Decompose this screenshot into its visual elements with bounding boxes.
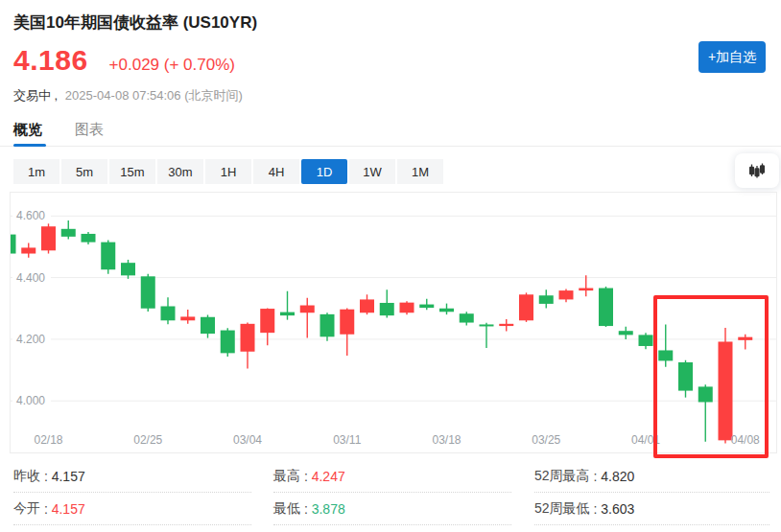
candle-body (559, 290, 574, 299)
candle-body (678, 362, 693, 391)
stat-value: 4.157 (52, 469, 85, 484)
timeframe-1D[interactable]: 1D (301, 159, 347, 184)
timeframe-bar: 1m5m15m30m1H4H1D1W1M (13, 159, 443, 184)
stat-row: 52周最高 : 4.820 (534, 460, 769, 493)
candle-body (400, 303, 414, 313)
candle-body (639, 335, 653, 346)
x-axis-label: 03/18 (432, 433, 461, 447)
candle-body (539, 295, 554, 304)
candle-body (480, 324, 494, 326)
tab-chart[interactable]: 图表 (75, 121, 104, 139)
stat-label: 昨收 (13, 468, 40, 485)
add-watchlist-button[interactable]: +加自选 (698, 41, 766, 73)
stat-separator: : (40, 469, 52, 484)
candle-body (121, 263, 135, 275)
stat-value: 4.247 (312, 469, 345, 484)
page-title: 美国10年期国债收益率 (US10YR) (13, 12, 257, 34)
candle-body (499, 324, 513, 326)
stat-separator: : (40, 501, 52, 517)
y-axis-label: 4.200 (16, 333, 45, 346)
candle-body (260, 309, 274, 333)
timeframe-5m[interactable]: 5m (61, 159, 107, 184)
trading-status-time: 2025-04-08 07:54:06 (北京时间) (65, 88, 243, 103)
candle-body (180, 316, 195, 320)
candle-body (658, 350, 673, 360)
timeframe-1W[interactable]: 1W (349, 159, 395, 184)
stat-value: 4.157 (52, 501, 85, 517)
stat-row: 最高 : 4.247 (273, 460, 511, 493)
x-axis-label: 04/01 (631, 433, 660, 447)
chart-style-button[interactable] (735, 153, 779, 188)
candle-body (519, 294, 533, 320)
tab-bar: 概览 图表 (0, 115, 781, 147)
stat-row: 昨收 : 4.157 (13, 460, 251, 493)
active-tab-underline (13, 144, 46, 147)
stat-column: 昨收 : 4.157今开 : 4.157 (13, 460, 251, 525)
tab-overview[interactable]: 概览 (13, 121, 42, 139)
x-axis-label: 04/08 (731, 433, 760, 447)
stat-label: 最低 (273, 500, 300, 518)
stat-separator: : (590, 501, 602, 517)
stat-label: 最高 (273, 468, 300, 485)
candle-body (419, 305, 434, 309)
timeframe-15m[interactable]: 15m (109, 159, 155, 184)
price-change: +0.029 (+ 0.70%) (109, 56, 235, 75)
stat-row: 最低 : 3.878 (273, 493, 511, 525)
candle-body (280, 312, 295, 316)
x-axis-label: 03/04 (233, 433, 262, 447)
candle-body (579, 289, 593, 291)
instrument-overview-page: 美国10年期国债收益率 (US10YR) 4.186 +0.029 (+ 0.7… (0, 0, 781, 532)
stat-value: 3.878 (312, 501, 345, 517)
candle-body (82, 234, 96, 243)
stat-value: 3.603 (601, 501, 634, 517)
candle-body (698, 386, 713, 402)
candle-body (300, 306, 315, 313)
stat-separator: : (590, 469, 602, 484)
x-axis-label: 02/25 (133, 433, 162, 447)
candle-body (201, 317, 215, 334)
timeframe-30m[interactable]: 30m (157, 159, 203, 184)
stat-column: 52周最高 : 4.82052周最低 : 3.603 (534, 460, 769, 525)
timeframe-1M[interactable]: 1M (397, 159, 443, 184)
candle-body (460, 313, 474, 322)
timeframe-1H[interactable]: 1H (205, 159, 251, 184)
timeframe-1m[interactable]: 1m (13, 159, 59, 184)
candle-body (719, 341, 733, 440)
candle-body (141, 276, 155, 308)
candle-body (101, 243, 115, 270)
stat-separator: : (300, 501, 312, 517)
stat-label: 52周最低 (534, 500, 590, 518)
candle-body (340, 310, 354, 335)
y-axis-label: 4.000 (16, 394, 45, 407)
x-axis-label: 02/18 (34, 433, 62, 447)
stat-row: 52周最低 : 3.603 (534, 493, 769, 525)
candle-body (11, 235, 16, 254)
stat-label: 52周最高 (534, 468, 590, 485)
price-row: 4.186 +0.029 (+ 0.70%) (13, 44, 235, 77)
stat-row: 今开 : 4.157 (13, 493, 251, 525)
candle-body (439, 309, 454, 312)
candle-body (380, 303, 394, 315)
x-axis-label: 03/25 (532, 433, 560, 447)
stat-separator: : (300, 469, 312, 484)
candle-body (21, 247, 36, 253)
stat-label: 今开 (13, 500, 40, 518)
candle-body (360, 299, 374, 312)
candlestick-chart[interactable]: 4.6004.4004.2004.00002/1802/2503/0403/11… (10, 192, 777, 453)
candle-body (41, 226, 56, 250)
candle-body (241, 324, 255, 352)
y-axis-label: 4.600 (16, 209, 45, 222)
stat-column: 最高 : 4.247最低 : 3.878 (273, 460, 511, 525)
timeframe-4H[interactable]: 4H (253, 159, 299, 184)
candle-body (161, 306, 176, 320)
candle-body (599, 289, 613, 327)
y-axis-label: 4.400 (16, 271, 45, 285)
candle-body (221, 331, 235, 354)
x-axis-label: 03/11 (333, 433, 361, 447)
candle-body (320, 314, 335, 336)
trading-status-label: 交易中 , (13, 88, 58, 103)
candle-body (61, 229, 76, 237)
stat-value: 4.820 (601, 469, 634, 484)
candlestick-icon (747, 162, 767, 179)
price-value: 4.186 (13, 44, 88, 77)
